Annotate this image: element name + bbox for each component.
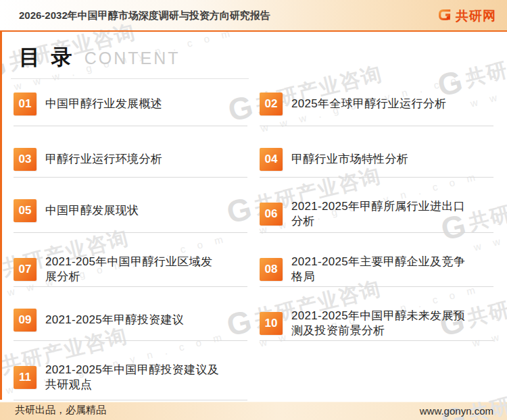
page-header: 2026-2032年中国甲醇市场深度调研与投资方向研究报告 共研网 — [0, 0, 507, 30]
item-divider — [14, 126, 247, 126]
item-number-badge: 01 — [14, 93, 37, 115]
item-divider — [14, 232, 247, 233]
toc-item-07[interactable]: 072021-205年中国甲醇行业区域发 展分析 — [14, 249, 247, 303]
toc-item-04[interactable]: 04甲醇行业市场特性分析 — [260, 142, 493, 194]
brand-name: 共研网 — [456, 7, 496, 25]
item-divider — [260, 177, 493, 178]
item-number-badge: 05 — [14, 199, 37, 222]
report-title: 2026-2032年中国甲醇市场深度调研与投资方向研究报告 — [19, 0, 270, 30]
item-divider — [14, 286, 247, 287]
item-label: 2021-2025年中国甲醇投资建议及 共研观点 — [45, 363, 219, 392]
toc-item-08[interactable]: 082021-2025年主要甲醇企业及竞争 格局 — [260, 249, 493, 303]
item-divider — [14, 340, 247, 341]
item-number-badge: 02 — [260, 93, 283, 115]
toc-item-01[interactable]: 01中国甲醇行业发展概述 — [14, 87, 247, 142]
brand-logo[interactable]: 共研网 — [437, 7, 496, 25]
item-label: 2021-2025年主要甲醇企业及竞争 格局 — [291, 255, 465, 284]
item-label: 中国甲醇发展现状 — [45, 203, 139, 218]
item-number-badge: 07 — [14, 258, 37, 281]
toc-title-en: CONTENT — [84, 49, 180, 68]
item-label: 中国甲醇行业发展概述 — [45, 97, 162, 111]
item-number-badge: 08 — [260, 258, 283, 281]
toc-item-09[interactable]: 092021-2025年甲醇投资建议 — [14, 303, 247, 357]
item-label: 2025年全球甲醇行业运行分析 — [291, 97, 446, 111]
item-label: 2021-2025年甲醇投资建议 — [45, 313, 184, 327]
item-number-badge: 10 — [260, 312, 283, 335]
item-divider — [260, 340, 493, 341]
toc-item-06[interactable]: 062021-2025年甲醇所属行业进出口 分析 — [260, 194, 493, 249]
toc-item-05[interactable]: 05中国甲醇发展现状 — [14, 194, 247, 249]
toc-item-02[interactable]: 022025年全球甲醇行业运行分析 — [260, 87, 493, 142]
toc-heading-divider — [11, 78, 249, 79]
item-divider — [14, 400, 247, 400]
item-number-badge: 06 — [260, 203, 283, 226]
item-number-badge: 11 — [14, 366, 37, 389]
item-label: 2021-2025年甲醇所属行业进出口 分析 — [291, 199, 465, 229]
item-number-badge: 03 — [14, 148, 37, 171]
footer-website-link[interactable]: www.gonyn.com — [420, 405, 493, 417]
page-footer: 共研出品，必属精品 www.gonyn.com — [0, 402, 507, 420]
item-label: 2021-205年中国甲醇行业区域发 展分析 — [45, 255, 212, 284]
item-label: 2021-2025年中国甲醇未来发展预 测及投资前景分析 — [291, 309, 465, 338]
footer-slogan: 共研出品，必属精品 — [15, 404, 106, 417]
item-divider — [260, 232, 493, 233]
toc-heading: 目 录CONTENT — [19, 43, 507, 74]
header-divider — [0, 30, 507, 32]
item-number-badge: 04 — [260, 148, 283, 171]
toc-item-10[interactable]: 102021-2025年中国甲醇未来发展预 测及投资前景分析 — [260, 303, 493, 357]
item-divider — [260, 286, 493, 287]
left-accent-bar — [0, 32, 2, 400]
toc-item-03[interactable]: 03甲醇行业运行环境分析 — [14, 142, 247, 194]
report-toc-page: G共研产业咨询w w w . g o n y n . c o m G共研产业咨询… — [0, 0, 507, 420]
toc-title-zh: 目 录 — [19, 45, 75, 69]
g-logo-icon — [437, 7, 452, 25]
item-divider — [14, 177, 247, 178]
item-label: 甲醇行业市场特性分析 — [291, 152, 408, 167]
item-label: 甲醇行业运行环境分析 — [45, 152, 162, 167]
item-number-badge: 09 — [14, 309, 37, 332]
toc-grid: 01中国甲醇行业发展概述 022025年全球甲醇行业运行分析 03甲醇行业运行环… — [14, 87, 493, 417]
item-divider — [260, 126, 493, 126]
